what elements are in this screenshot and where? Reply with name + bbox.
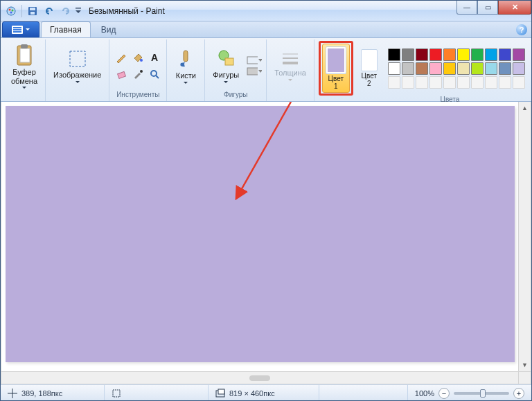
tools-grid: A [114,50,162,82]
help-button[interactable]: ? [516,24,527,35]
scroll-down-icon[interactable]: ▼ [519,359,531,371]
shapes-label: Фигуры [213,71,239,79]
palette-swatch[interactable] [485,62,497,75]
chevron-down-icon [22,87,26,89]
minimize-button[interactable]: — [456,1,477,15]
palette-swatch[interactable] [457,76,470,89]
palette-swatch[interactable] [416,76,428,89]
dimensions-icon [215,389,225,398]
palette-swatch[interactable] [485,48,497,61]
undo-icon[interactable] [42,3,57,19]
palette-swatch[interactable] [429,76,442,89]
palette-swatch[interactable] [513,76,525,89]
palette-swatch[interactable] [388,76,400,89]
tab-home[interactable]: Главная [41,21,91,37]
chevron-down-icon [224,81,228,83]
window-controls: — ▭ ✕ [456,1,531,21]
group-label: Инструменты [116,91,159,100]
group-clipboard: Буфер обмена [3,39,46,101]
palette-swatch[interactable] [485,76,497,89]
group-label [76,91,78,100]
qat-customize-icon[interactable] [75,3,82,19]
separator [21,5,22,17]
color-picker-tool[interactable] [130,66,145,82]
select-icon [67,48,88,69]
color1-label: Цвет 1 [328,75,344,90]
scroll-up-icon[interactable]: ▲ [519,102,531,114]
shapes-button[interactable]: Фигуры [209,46,242,84]
color1-button[interactable]: Цвет 1 [319,41,353,96]
save-icon[interactable] [25,3,40,19]
canvas[interactable] [6,106,515,362]
zoom-control: 100% − + [408,385,531,401]
window-title: Безымянный - Paint [89,6,165,16]
horizontal-scrollbar[interactable] [1,371,518,384]
outline-option[interactable] [247,55,262,65]
group-label [185,91,187,100]
svg-rect-6 [30,12,35,15]
palette-swatch[interactable] [457,62,470,75]
fill-option[interactable] [247,66,262,76]
svg-rect-32 [113,390,120,397]
tab-view[interactable]: Вид [92,21,125,37]
palette-swatch[interactable] [471,48,484,61]
palette-swatch[interactable] [443,76,456,89]
palette-swatch[interactable] [499,62,511,75]
pencil-tool[interactable] [114,50,129,65]
clipboard-icon [15,43,34,66]
palette-swatch[interactable] [499,76,511,89]
fill-tool[interactable] [130,50,145,65]
palette-swatch[interactable] [513,62,525,75]
text-tool[interactable]: A [147,50,162,65]
color2-well [361,49,378,71]
zoom-thumb[interactable] [480,389,486,398]
zoom-slider[interactable] [454,392,509,395]
palette-swatch[interactable] [513,48,525,61]
group-tools: A Инструменты [109,39,167,101]
group-label [24,91,26,100]
brushes-button[interactable]: Кисти [171,46,200,85]
file-menu-button[interactable] [2,21,39,37]
size-text: 819 × 460пкс [229,389,275,398]
svg-rect-13 [21,44,28,48]
svg-rect-5 [30,8,35,10]
palette-swatch[interactable] [499,48,511,61]
select-button[interactable]: Изображение [50,46,105,84]
palette-swatch[interactable] [388,48,400,61]
title-bar: Безымянный - Paint — ▭ ✕ [1,1,531,21]
zoom-in-button[interactable]: + [513,388,524,399]
group-label: Фигуры [224,91,247,100]
palette-swatch[interactable] [471,62,484,75]
palette-swatch[interactable] [429,62,442,75]
eraser-tool[interactable] [114,66,129,82]
palette-swatch[interactable] [443,48,456,61]
redo-icon[interactable] [58,3,73,19]
palette-swatch[interactable] [388,62,400,75]
paste-button[interactable]: Буфер обмена [8,41,41,90]
group-brushes: Кисти [167,39,205,101]
svg-rect-14 [70,51,85,66]
maximize-button[interactable]: ▭ [477,1,498,15]
paste-label: Буфер обмена [11,68,37,84]
shape-options [247,55,262,76]
magnifier-tool[interactable] [147,66,162,82]
palette-swatch[interactable] [402,76,414,89]
app-icon[interactable] [3,3,19,19]
select-label: Изображение [53,71,101,79]
palette-swatch[interactable] [457,48,470,61]
palette-swatch[interactable] [429,48,442,61]
palette-swatch[interactable] [402,48,414,61]
svg-point-19 [151,71,157,76]
svg-rect-9 [13,29,21,30]
thickness-button[interactable]: Толщина [271,48,310,82]
zoom-out-button[interactable]: − [438,388,450,399]
vertical-scrollbar[interactable]: ▲ ▼ [518,102,531,371]
palette-swatch[interactable] [402,62,414,75]
palette-swatch[interactable] [443,62,456,75]
palette-swatch[interactable] [416,62,428,75]
palette-swatch[interactable] [416,48,428,61]
color2-button[interactable]: Цвет 2 [357,46,381,90]
thickness-label: Толщина [274,69,306,77]
palette-swatch[interactable] [471,76,484,89]
close-button[interactable]: ✕ [498,1,531,15]
